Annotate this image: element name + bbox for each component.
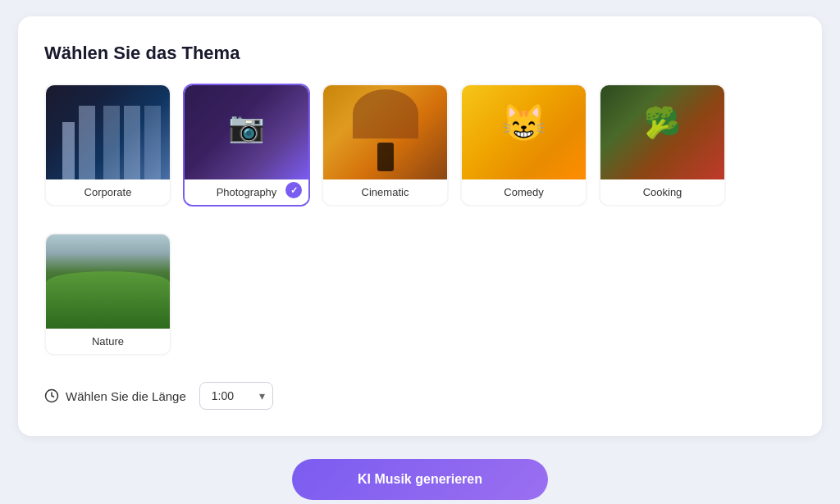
theme-cooking-radio [701,182,718,198]
theme-grid-row2: Nature [44,233,796,356]
theme-photography-radio [285,182,302,198]
theme-corporate-radio [147,182,163,198]
clock-icon [44,388,59,403]
theme-nature-image [46,234,170,329]
theme-nature-radio [147,331,163,347]
theme-nature[interactable]: Nature [44,233,171,356]
page-title: Wählen Sie das Thema [44,43,796,64]
theme-comedy-image [462,85,586,179]
theme-cinematic-radio [424,182,441,198]
theme-corporate-image [46,85,170,179]
theme-comedy-radio [563,182,579,198]
length-section: Wählen Sie die Länge 0:30 1:00 1:30 2:00… [44,382,796,410]
length-select-wrapper: 0:30 1:00 1:30 2:00 3:00 [199,382,273,410]
bottom-section: KI Musik generieren © Die KI-generierte … [264,459,576,504]
theme-cinematic-image [323,85,447,179]
length-label: Wählen Sie die Länge [44,388,186,403]
main-card: Wählen Sie das Thema Corporate Photograp… [18,16,822,436]
theme-comedy[interactable]: Comedy [460,84,587,207]
theme-cooking-image [600,85,724,179]
length-select[interactable]: 0:30 1:00 1:30 2:00 3:00 [199,382,273,410]
theme-grid: Corporate Photography Cinematic Comedy C… [44,84,796,207]
theme-cinematic[interactable]: Cinematic [322,84,449,207]
generate-button[interactable]: KI Musik generieren [292,459,548,500]
theme-photography[interactable]: Photography [183,84,310,207]
theme-corporate[interactable]: Corporate [44,84,171,207]
theme-photography-image [185,85,308,179]
theme-cooking[interactable]: Cooking [599,84,726,207]
